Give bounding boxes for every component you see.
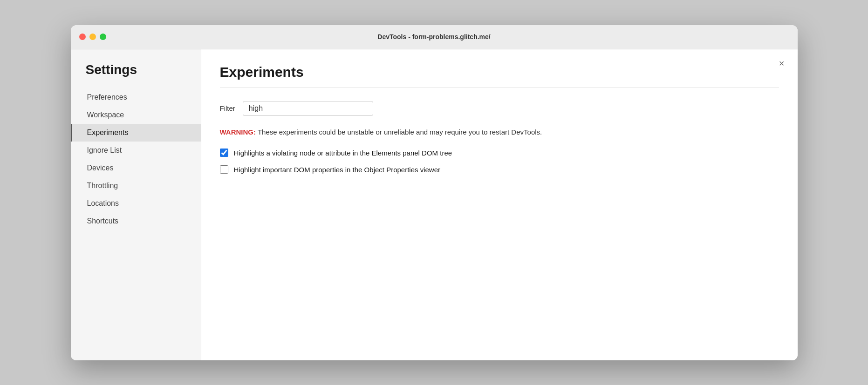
warning-body: These experiments could be unstable or u… <box>256 128 542 136</box>
close-button[interactable]: × <box>779 59 785 68</box>
sidebar-heading: Settings <box>71 62 201 88</box>
minimize-traffic-light[interactable] <box>89 34 96 40</box>
sidebar-item-devices[interactable]: Devices <box>71 159 201 177</box>
checkbox-2[interactable] <box>220 165 228 174</box>
checkbox-item-2: Highlight important DOM properties in th… <box>220 165 779 174</box>
window-title: DevTools - form-problems.glitch.me/ <box>377 33 490 41</box>
panel-title: Experiments <box>220 64 779 80</box>
sidebar-item-workspace[interactable]: Workspace <box>71 106 201 124</box>
devtools-window: DevTools - form-problems.glitch.me/ Sett… <box>71 25 798 360</box>
sidebar-item-preferences[interactable]: Preferences <box>71 88 201 106</box>
sidebar-item-throttling[interactable]: Throttling <box>71 177 201 195</box>
sidebar-item-experiments[interactable]: Experiments <box>71 124 201 142</box>
main-panel: × Experiments Filter WARNING: These expe… <box>201 49 798 360</box>
maximize-traffic-light[interactable] <box>100 34 106 40</box>
checkbox-1[interactable] <box>220 149 228 157</box>
traffic-lights <box>79 34 106 40</box>
close-traffic-light[interactable] <box>79 34 86 40</box>
sidebar-item-shortcuts[interactable]: Shortcuts <box>71 212 201 230</box>
filter-label: Filter <box>220 104 235 112</box>
checkbox-label-1[interactable]: Highlights a violating node or attribute… <box>234 149 452 157</box>
checkbox-label-2[interactable]: Highlight important DOM properties in th… <box>234 166 441 174</box>
content-area: Settings Preferences Workspace Experimen… <box>71 49 798 360</box>
sidebar: Settings Preferences Workspace Experimen… <box>71 49 201 360</box>
panel-divider <box>220 88 779 88</box>
titlebar: DevTools - form-problems.glitch.me/ <box>71 25 798 49</box>
warning-text: WARNING: These experiments could be unst… <box>220 127 779 138</box>
warning-label: WARNING: <box>220 128 256 136</box>
checkbox-item-1: Highlights a violating node or attribute… <box>220 149 779 157</box>
filter-input[interactable] <box>243 101 373 116</box>
filter-row: Filter <box>220 101 779 116</box>
sidebar-item-ignore-list[interactable]: Ignore List <box>71 142 201 159</box>
sidebar-item-locations[interactable]: Locations <box>71 195 201 212</box>
